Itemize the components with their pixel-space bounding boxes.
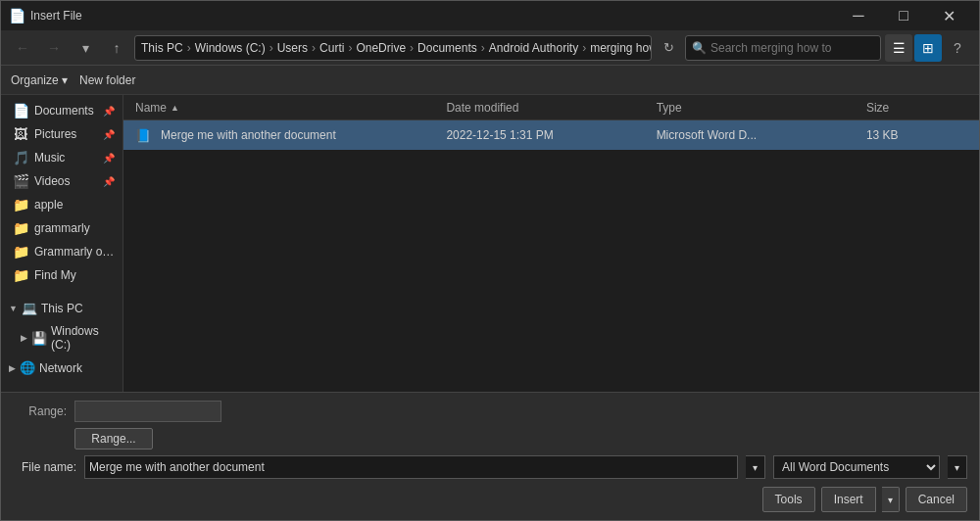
address-bar[interactable]: This PC › Windows (C:) › Users › Curti ›… — [134, 35, 652, 61]
navigation-toolbar: ← → ▾ ↑ This PC › Windows (C:) › Users ›… — [1, 30, 979, 66]
folder-icon-4: 📁 — [13, 267, 28, 283]
file-name: Merge me with another document — [161, 128, 336, 142]
addr-part-4: Curti — [319, 41, 344, 55]
pictures-icon: 🖼 — [13, 126, 28, 142]
main-content: 📄 Documents 📌 🖼 Pictures 📌 🎵 Music 📌 🎬 V… — [1, 95, 979, 392]
sidebar-section-windows-c[interactable]: ▶ 💾 Windows (C:) — [1, 318, 122, 355]
addr-part-7: Android Authority — [489, 41, 578, 55]
folder-icon: 📁 — [13, 197, 28, 213]
file-list: 📘 Merge me with another document 2022-12… — [123, 120, 979, 392]
cancel-button[interactable]: Cancel — [906, 487, 967, 512]
chevron-right-icon-2: ▶ — [9, 363, 16, 373]
drive-icon: 💾 — [31, 331, 47, 346]
sidebar-item-apple[interactable]: 📁 apple — [1, 193, 122, 216]
filename-input[interactable] — [84, 455, 738, 479]
refresh-button[interactable]: ↻ — [656, 35, 681, 61]
this-pc-icon: 💻 — [22, 301, 37, 315]
range-button[interactable]: Range... — [74, 428, 153, 450]
new-folder-button[interactable]: New folder — [79, 73, 135, 87]
window: 📄 Insert File ─ □ ✕ ← → ▾ ↑ This PC › Wi… — [0, 0, 980, 521]
view-details-button[interactable]: ☰ — [885, 34, 912, 62]
sidebar-item-findmy[interactable]: 📁 Find My — [1, 263, 122, 287]
options-bar: Organize ▾ New folder — [1, 66, 979, 95]
title-bar-text: Insert File — [30, 9, 836, 23]
title-bar-controls: ─ □ ✕ — [836, 1, 971, 30]
bottom-area: Range: Range... File name: ▾ All Word Do… — [1, 392, 979, 520]
search-bar[interactable]: 🔍 — [685, 35, 881, 61]
view-buttons: ☰ ⊞ ? — [885, 34, 971, 62]
window-icon: 📄 — [9, 8, 24, 24]
maximize-button[interactable]: □ — [881, 1, 926, 30]
back-button[interactable]: ← — [9, 34, 36, 62]
sidebar-item-grammarly-v[interactable]: 📁 Grammarly on V — [1, 240, 122, 263]
addr-part-2: Windows (C:) — [195, 41, 266, 55]
tools-button[interactable]: Tools — [762, 487, 815, 512]
insert-dropdown-button[interactable]: ▾ — [882, 487, 900, 512]
action-row: Tools Insert ▾ Cancel — [13, 487, 967, 512]
col-header-size[interactable]: Size — [862, 101, 971, 115]
range-row: Range: — [13, 401, 967, 422]
range-input[interactable] — [74, 401, 221, 422]
folder-icon-2: 📁 — [13, 220, 28, 236]
range-label: Range: — [13, 404, 67, 418]
col-header-name[interactable]: Name ▲ — [131, 101, 442, 115]
recent-locations-button[interactable]: ▾ — [72, 34, 99, 62]
filetype-select[interactable]: All Word Documents — [773, 455, 940, 479]
file-name-cell: 📘 Merge me with another document — [131, 127, 442, 143]
col-header-date[interactable]: Date modified — [442, 101, 652, 115]
close-button[interactable]: ✕ — [926, 1, 971, 30]
pin-icon-2: 📌 — [103, 129, 115, 140]
view-thumbnail-button[interactable]: ⊞ — [914, 34, 942, 62]
addr-part-1: This PC — [141, 41, 183, 55]
sidebar-item-grammarly[interactable]: 📁 grammarly — [1, 216, 122, 240]
table-row[interactable]: 📘 Merge me with another document 2022-12… — [123, 120, 979, 150]
help-button[interactable]: ? — [944, 34, 971, 62]
col-header-type[interactable]: Type — [653, 101, 862, 115]
sidebar-item-documents[interactable]: 📄 Documents 📌 — [1, 99, 122, 122]
chevron-right-icon: ▶ — [21, 333, 27, 343]
folder-icon-3: 📁 — [13, 244, 28, 260]
addr-part-3: Users — [277, 41, 308, 55]
documents-icon: 📄 — [13, 103, 28, 118]
sidebar-section-this-pc[interactable]: ▼ 💻 This PC — [1, 295, 122, 318]
word-doc-icon: 📘 — [135, 127, 151, 143]
file-date: 2022-12-15 1:31 PM — [442, 128, 652, 142]
file-size: 13 KB — [862, 128, 971, 142]
file-area: Name ▲ Date modified Type Size 📘 — [123, 95, 979, 392]
file-type: Microsoft Word D... — [653, 128, 862, 142]
title-bar: 📄 Insert File ─ □ ✕ — [1, 1, 979, 30]
filename-label: File name: — [13, 460, 76, 474]
addr-part-8: merging how to — [590, 41, 652, 55]
address-parts: This PC › Windows (C:) › Users › Curti ›… — [141, 41, 652, 55]
range-button-row: Range... — [13, 428, 967, 450]
network-icon: 🌐 — [20, 360, 35, 375]
insert-button[interactable]: Insert — [821, 487, 876, 512]
filename-dropdown-button[interactable]: ▾ — [746, 455, 765, 479]
sidebar-item-pictures[interactable]: 🖼 Pictures 📌 — [1, 122, 122, 146]
search-input[interactable] — [710, 41, 874, 55]
filename-row: File name: ▾ All Word Documents ▾ — [13, 455, 967, 479]
sidebar-section-network[interactable]: ▶ 🌐 Network — [1, 355, 122, 378]
sidebar-item-videos[interactable]: 🎬 Videos 📌 — [1, 169, 122, 193]
organize-button[interactable]: Organize ▾ — [11, 73, 68, 87]
addr-part-6: Documents — [417, 41, 477, 55]
music-icon: 🎵 — [13, 150, 28, 166]
minimize-button[interactable]: ─ — [836, 1, 881, 30]
videos-icon: 🎬 — [13, 173, 28, 189]
sidebar: 📄 Documents 📌 🖼 Pictures 📌 🎵 Music 📌 🎬 V… — [1, 95, 123, 392]
pin-icon-3: 📌 — [103, 153, 115, 164]
search-icon: 🔍 — [692, 41, 707, 55]
file-list-header: Name ▲ Date modified Type Size — [123, 95, 979, 120]
forward-button[interactable]: → — [40, 34, 68, 62]
up-button[interactable]: ↑ — [103, 34, 130, 62]
pin-icon: 📌 — [103, 106, 115, 117]
filetype-dropdown-button[interactable]: ▾ — [948, 455, 967, 479]
addr-part-5: OneDrive — [356, 41, 406, 55]
chevron-down-icon: ▼ — [9, 304, 18, 313]
sort-asc-icon: ▲ — [171, 103, 179, 113]
pin-icon-4: 📌 — [103, 176, 115, 187]
sidebar-item-music[interactable]: 🎵 Music 📌 — [1, 146, 122, 169]
